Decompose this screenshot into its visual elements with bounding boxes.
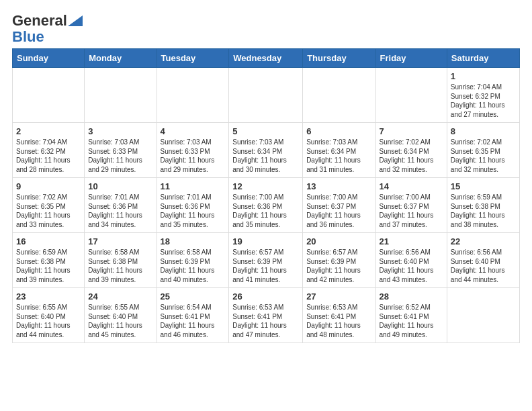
calendar-header-row: SundayMondayTuesdayWednesdayThursdayFrid… bbox=[13, 49, 520, 68]
day-info: Sunrise: 6:53 AM Sunset: 6:41 PM Dayligh… bbox=[232, 303, 299, 339]
calendar-cell: 4Sunrise: 7:03 AM Sunset: 6:33 PM Daylig… bbox=[157, 123, 229, 178]
day-info: Sunrise: 7:00 AM Sunset: 6:36 PM Dayligh… bbox=[232, 193, 299, 229]
day-number: 24 bbox=[88, 291, 152, 302]
day-number: 26 bbox=[232, 291, 299, 302]
calendar-cell bbox=[157, 68, 229, 123]
calendar-cell: 21Sunrise: 6:56 AM Sunset: 6:40 PM Dayli… bbox=[375, 233, 447, 288]
calendar-cell: 27Sunrise: 6:53 AM Sunset: 6:41 PM Dayli… bbox=[303, 288, 375, 343]
day-info: Sunrise: 6:58 AM Sunset: 6:38 PM Dayligh… bbox=[88, 248, 152, 284]
calendar-cell: 8Sunrise: 7:02 AM Sunset: 6:35 PM Daylig… bbox=[447, 123, 519, 178]
calendar-cell: 3Sunrise: 7:03 AM Sunset: 6:33 PM Daylig… bbox=[85, 123, 157, 178]
day-number: 13 bbox=[306, 181, 371, 191]
day-number: 18 bbox=[161, 236, 226, 246]
day-info: Sunrise: 7:02 AM Sunset: 6:35 PM Dayligh… bbox=[16, 193, 81, 229]
day-number: 6 bbox=[306, 126, 371, 136]
calendar-cell: 15Sunrise: 6:59 AM Sunset: 6:38 PM Dayli… bbox=[447, 178, 519, 233]
calendar-week-row: 2Sunrise: 7:04 AM Sunset: 6:32 PM Daylig… bbox=[13, 123, 520, 178]
day-info: Sunrise: 6:53 AM Sunset: 6:41 PM Dayligh… bbox=[306, 303, 371, 339]
day-number: 7 bbox=[380, 126, 443, 136]
calendar-cell: 14Sunrise: 7:00 AM Sunset: 6:37 PM Dayli… bbox=[375, 178, 447, 233]
day-number: 1 bbox=[451, 71, 516, 81]
calendar-cell: 2Sunrise: 7:04 AM Sunset: 6:32 PM Daylig… bbox=[13, 123, 85, 178]
calendar-week-row: 23Sunrise: 6:55 AM Sunset: 6:40 PM Dayli… bbox=[13, 288, 520, 343]
day-info: Sunrise: 7:01 AM Sunset: 6:36 PM Dayligh… bbox=[88, 193, 152, 229]
calendar-cell bbox=[447, 288, 519, 343]
svg-marker-0 bbox=[68, 15, 83, 26]
day-number: 28 bbox=[380, 291, 443, 302]
day-number: 20 bbox=[306, 236, 371, 246]
calendar-table: SundayMondayTuesdayWednesdayThursdayFrid… bbox=[12, 48, 520, 343]
calendar-cell bbox=[229, 68, 303, 123]
day-number: 10 bbox=[88, 181, 152, 191]
calendar-cell: 25Sunrise: 6:54 AM Sunset: 6:41 PM Dayli… bbox=[157, 288, 229, 343]
header: General Blue bbox=[12, 12, 520, 44]
weekday-header-thursday: Thursday bbox=[303, 49, 375, 68]
day-info: Sunrise: 7:03 AM Sunset: 6:33 PM Dayligh… bbox=[161, 138, 226, 174]
day-number: 14 bbox=[380, 181, 443, 191]
day-info: Sunrise: 7:04 AM Sunset: 6:32 PM Dayligh… bbox=[451, 83, 516, 119]
calendar-cell bbox=[375, 68, 447, 123]
calendar-cell: 7Sunrise: 7:02 AM Sunset: 6:34 PM Daylig… bbox=[375, 123, 447, 178]
calendar-cell: 12Sunrise: 7:00 AM Sunset: 6:36 PM Dayli… bbox=[229, 178, 303, 233]
calendar-cell: 19Sunrise: 6:57 AM Sunset: 6:39 PM Dayli… bbox=[229, 233, 303, 288]
calendar-cell: 13Sunrise: 7:00 AM Sunset: 6:37 PM Dayli… bbox=[303, 178, 375, 233]
day-number: 22 bbox=[451, 236, 516, 246]
day-number: 25 bbox=[161, 291, 226, 302]
day-number: 27 bbox=[306, 291, 371, 302]
calendar-cell bbox=[303, 68, 375, 123]
calendar-cell bbox=[13, 68, 85, 123]
day-info: Sunrise: 6:59 AM Sunset: 6:38 PM Dayligh… bbox=[451, 193, 516, 229]
calendar-week-row: 16Sunrise: 6:59 AM Sunset: 6:38 PM Dayli… bbox=[13, 233, 520, 288]
day-info: Sunrise: 7:03 AM Sunset: 6:33 PM Dayligh… bbox=[88, 138, 152, 174]
logo: General Blue bbox=[12, 12, 83, 44]
day-info: Sunrise: 7:01 AM Sunset: 6:36 PM Dayligh… bbox=[161, 193, 226, 229]
weekday-header-tuesday: Tuesday bbox=[157, 49, 229, 68]
weekday-header-saturday: Saturday bbox=[447, 49, 519, 68]
day-info: Sunrise: 7:00 AM Sunset: 6:37 PM Dayligh… bbox=[380, 193, 443, 229]
calendar-cell: 11Sunrise: 7:01 AM Sunset: 6:36 PM Dayli… bbox=[157, 178, 229, 233]
day-number: 12 bbox=[232, 181, 299, 191]
calendar-cell: 24Sunrise: 6:55 AM Sunset: 6:40 PM Dayli… bbox=[85, 288, 157, 343]
day-info: Sunrise: 6:55 AM Sunset: 6:40 PM Dayligh… bbox=[16, 303, 81, 339]
logo-blue-text: Blue bbox=[12, 30, 44, 44]
day-number: 17 bbox=[88, 236, 152, 246]
day-info: Sunrise: 6:52 AM Sunset: 6:41 PM Dayligh… bbox=[380, 303, 443, 339]
calendar-cell: 26Sunrise: 6:53 AM Sunset: 6:41 PM Dayli… bbox=[229, 288, 303, 343]
calendar-cell: 10Sunrise: 7:01 AM Sunset: 6:36 PM Dayli… bbox=[85, 178, 157, 233]
day-number: 11 bbox=[161, 181, 226, 191]
calendar-cell: 9Sunrise: 7:02 AM Sunset: 6:35 PM Daylig… bbox=[13, 178, 85, 233]
calendar-cell: 28Sunrise: 6:52 AM Sunset: 6:41 PM Dayli… bbox=[375, 288, 447, 343]
day-info: Sunrise: 7:00 AM Sunset: 6:37 PM Dayligh… bbox=[306, 193, 371, 229]
day-number: 4 bbox=[161, 126, 226, 136]
weekday-header-friday: Friday bbox=[375, 49, 447, 68]
logo-triangle-icon bbox=[68, 15, 83, 26]
day-info: Sunrise: 7:03 AM Sunset: 6:34 PM Dayligh… bbox=[232, 138, 299, 174]
day-info: Sunrise: 6:54 AM Sunset: 6:41 PM Dayligh… bbox=[161, 303, 226, 339]
calendar-cell bbox=[85, 68, 157, 123]
calendar-cell: 22Sunrise: 6:56 AM Sunset: 6:40 PM Dayli… bbox=[447, 233, 519, 288]
logo-general-text: General bbox=[12, 12, 67, 30]
calendar-cell: 20Sunrise: 6:57 AM Sunset: 6:39 PM Dayli… bbox=[303, 233, 375, 288]
day-info: Sunrise: 6:56 AM Sunset: 6:40 PM Dayligh… bbox=[380, 248, 443, 284]
day-number: 3 bbox=[88, 126, 152, 136]
day-info: Sunrise: 6:56 AM Sunset: 6:40 PM Dayligh… bbox=[451, 248, 516, 284]
day-info: Sunrise: 7:04 AM Sunset: 6:32 PM Dayligh… bbox=[16, 138, 81, 174]
calendar-cell: 1Sunrise: 7:04 AM Sunset: 6:32 PM Daylig… bbox=[447, 68, 519, 123]
calendar-cell: 23Sunrise: 6:55 AM Sunset: 6:40 PM Dayli… bbox=[13, 288, 85, 343]
day-info: Sunrise: 7:03 AM Sunset: 6:34 PM Dayligh… bbox=[306, 138, 371, 174]
calendar-cell: 16Sunrise: 6:59 AM Sunset: 6:38 PM Dayli… bbox=[13, 233, 85, 288]
day-number: 21 bbox=[380, 236, 443, 246]
day-number: 8 bbox=[451, 126, 516, 136]
calendar-week-row: 9Sunrise: 7:02 AM Sunset: 6:35 PM Daylig… bbox=[13, 178, 520, 233]
calendar-week-row: 1Sunrise: 7:04 AM Sunset: 6:32 PM Daylig… bbox=[13, 68, 520, 123]
weekday-header-monday: Monday bbox=[85, 49, 157, 68]
day-number: 23 bbox=[16, 291, 81, 302]
day-number: 15 bbox=[451, 181, 516, 191]
day-number: 19 bbox=[232, 236, 299, 246]
day-number: 2 bbox=[16, 126, 81, 136]
day-number: 9 bbox=[16, 181, 81, 191]
day-info: Sunrise: 6:57 AM Sunset: 6:39 PM Dayligh… bbox=[232, 248, 299, 284]
weekday-header-sunday: Sunday bbox=[13, 49, 85, 68]
day-info: Sunrise: 6:57 AM Sunset: 6:39 PM Dayligh… bbox=[306, 248, 371, 284]
day-number: 16 bbox=[16, 236, 81, 246]
